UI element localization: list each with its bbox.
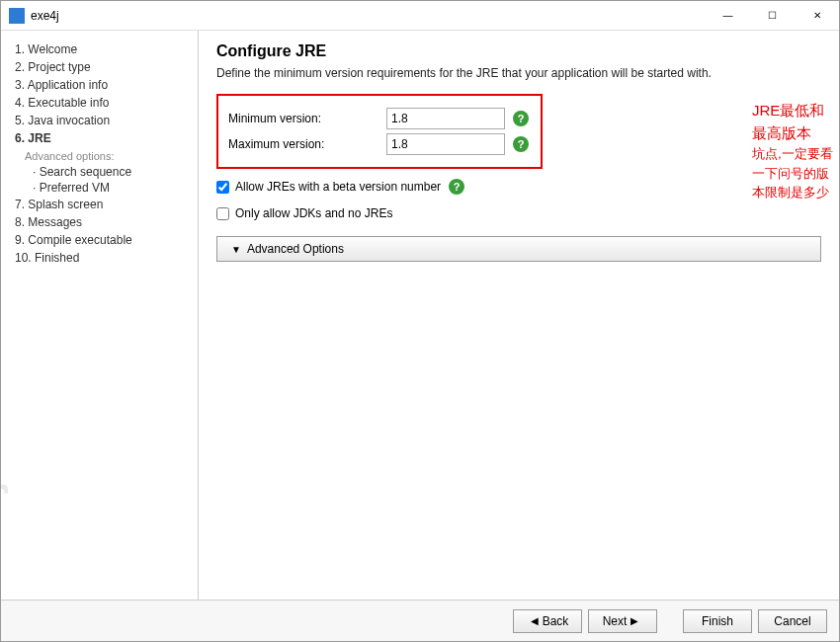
max-version-label: Maximum version: bbox=[228, 137, 386, 151]
minimize-button[interactable]: — bbox=[706, 1, 750, 31]
sidebar-item-java-invocation[interactable]: 5. Java invocation bbox=[15, 112, 190, 129]
arrow-left-icon: ◀ bbox=[531, 615, 539, 626]
titlebar: exe4j — ☐ ✕ bbox=[1, 1, 839, 31]
only-jdk-label: Only allow JDKs and no JREs bbox=[235, 206, 392, 220]
sidebar-item-project-type[interactable]: 2. Project type bbox=[15, 58, 190, 76]
only-jdk-row: Only allow JDKs and no JREs bbox=[216, 206, 821, 220]
max-version-input[interactable] bbox=[386, 133, 505, 155]
sidebar-sub-search-sequence[interactable]: Search sequence bbox=[15, 164, 190, 180]
sidebar-item-finished[interactable]: 10. Finished bbox=[15, 249, 190, 267]
version-highlight-box: Minimum version: ? Maximum version: ? bbox=[216, 94, 543, 169]
advanced-options-button[interactable]: ▼ Advanced Options bbox=[216, 236, 821, 262]
sidebar-item-jre[interactable]: 6. JRE bbox=[15, 129, 190, 147]
cancel-button[interactable]: Cancel bbox=[758, 609, 827, 633]
window-title: exe4j bbox=[31, 9, 706, 23]
close-button[interactable]: ✕ bbox=[795, 1, 839, 31]
max-version-row: Maximum version: ? bbox=[228, 133, 531, 155]
sidebar-item-messages[interactable]: 8. Messages bbox=[15, 213, 190, 231]
watermark: exe4j bbox=[1, 483, 9, 596]
advanced-options-label: Advanced Options bbox=[247, 242, 344, 256]
triangle-down-icon: ▼ bbox=[231, 244, 241, 255]
sidebar-item-application-info[interactable]: 3. Application info bbox=[15, 76, 190, 94]
help-icon[interactable]: ? bbox=[513, 111, 529, 126]
app-icon bbox=[9, 8, 25, 24]
next-label: Next bbox=[603, 614, 628, 628]
back-button[interactable]: ◀ Back bbox=[513, 609, 582, 633]
footer: ◀ Back Next ▶ Finish Cancel bbox=[1, 600, 839, 641]
annotation-line1: JRE最低和最高版本 bbox=[752, 100, 839, 144]
allow-beta-row: Allow JREs with a beta version number ? bbox=[216, 179, 821, 195]
page-description: Define the minimum version requirements … bbox=[216, 66, 821, 80]
sidebar-sub-preferred-vm[interactable]: Preferred VM bbox=[15, 180, 190, 196]
annotation-overlay: JRE最低和最高版本 坑点,一定要看一下问号的版本限制是多少 bbox=[752, 100, 839, 202]
next-button[interactable]: Next ▶ bbox=[588, 609, 657, 633]
sidebar-advanced-label: Advanced options: bbox=[15, 147, 190, 164]
finish-label: Finish bbox=[702, 614, 733, 628]
sidebar-item-compile-executable[interactable]: 9. Compile executable bbox=[15, 231, 190, 249]
page-title: Configure JRE bbox=[216, 42, 821, 60]
help-icon[interactable]: ? bbox=[513, 136, 529, 152]
allow-beta-label: Allow JREs with a beta version number bbox=[235, 180, 441, 194]
sidebar-item-executable-info[interactable]: 4. Executable info bbox=[15, 94, 190, 112]
annotation-line2: 坑点,一定要看一下问号的版本限制是多少 bbox=[752, 144, 839, 202]
main-panel: Configure JRE Define the minimum version… bbox=[199, 31, 839, 600]
finish-button[interactable]: Finish bbox=[683, 609, 752, 633]
min-version-row: Minimum version: ? bbox=[228, 108, 531, 129]
body: 1. Welcome 2. Project type 3. Applicatio… bbox=[1, 31, 839, 600]
cancel-label: Cancel bbox=[774, 614, 810, 628]
only-jdk-checkbox[interactable] bbox=[216, 207, 229, 220]
help-icon[interactable]: ? bbox=[449, 179, 464, 195]
min-version-input[interactable] bbox=[386, 108, 505, 129]
back-label: Back bbox=[543, 614, 569, 628]
maximize-button[interactable]: ☐ bbox=[750, 1, 795, 31]
sidebar: 1. Welcome 2. Project type 3. Applicatio… bbox=[1, 31, 199, 600]
sidebar-item-splash-screen[interactable]: 7. Splash screen bbox=[15, 196, 190, 213]
app-window: exe4j — ☐ ✕ 1. Welcome 2. Project type 3… bbox=[0, 0, 840, 642]
arrow-right-icon: ▶ bbox=[630, 615, 638, 626]
sidebar-item-welcome[interactable]: 1. Welcome bbox=[15, 40, 190, 58]
allow-beta-checkbox[interactable] bbox=[216, 181, 229, 194]
min-version-label: Minimum version: bbox=[228, 112, 386, 125]
